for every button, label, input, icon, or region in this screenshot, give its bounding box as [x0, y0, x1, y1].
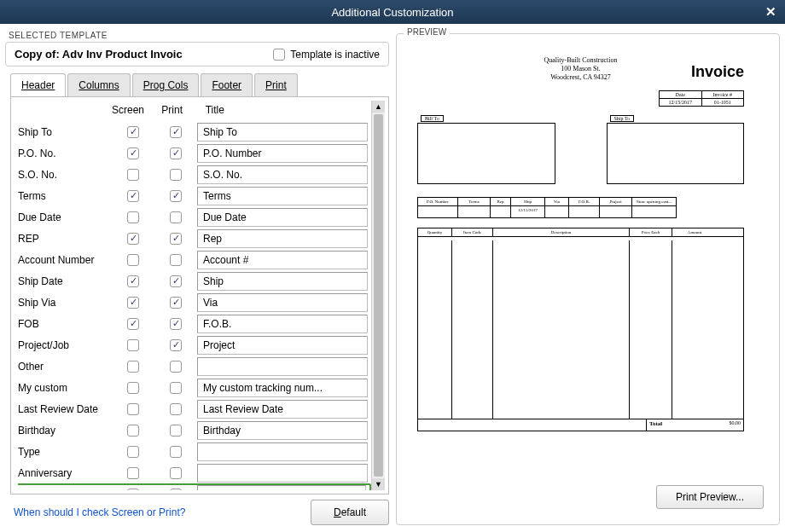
title-input[interactable] [197, 336, 368, 355]
field-label: My custom [18, 382, 112, 394]
scroll-up-icon[interactable]: ▲ [372, 101, 385, 113]
preview-detail-hdr: Terms [458, 197, 491, 206]
field-row: Store opening [18, 483, 371, 490]
screen-checkbox[interactable] [127, 169, 139, 181]
preview-item-hdr: Amount [672, 228, 717, 236]
preview-detail-hdr: Via [545, 197, 569, 206]
screen-checkbox[interactable] [127, 190, 139, 202]
field-row: Last Review Date [18, 398, 371, 419]
tab-columns[interactable]: Columns [67, 73, 130, 96]
screen-checkbox[interactable] [127, 126, 139, 138]
print-checkbox[interactable] [170, 126, 182, 138]
field-label: Account Number [18, 254, 112, 266]
title-input[interactable] [197, 123, 368, 142]
title-input[interactable] [197, 272, 368, 291]
help-link[interactable]: When should I check Screen or Print? [14, 506, 185, 518]
scroll-down-icon[interactable]: ▼ [372, 478, 385, 490]
title-input[interactable] [197, 379, 368, 397]
title-input[interactable] [197, 357, 368, 376]
screen-checkbox[interactable] [127, 318, 139, 330]
title-input[interactable] [197, 464, 368, 483]
print-checkbox[interactable] [170, 467, 182, 479]
preview-detail-val [458, 206, 491, 218]
print-checkbox[interactable] [170, 275, 182, 287]
field-label: FOB [18, 318, 112, 330]
print-checkbox[interactable] [170, 489, 182, 491]
title-input[interactable] [197, 293, 368, 312]
field-row: Due Date [18, 206, 371, 228]
screen-checkbox[interactable] [127, 147, 139, 159]
preview-item-hdr: Quantity [418, 228, 452, 236]
print-checkbox[interactable] [170, 403, 182, 415]
template-inactive-wrap[interactable]: Template is inactive [273, 49, 380, 61]
print-checkbox[interactable] [170, 361, 182, 373]
title-input[interactable] [197, 421, 368, 440]
print-checkbox[interactable] [170, 297, 182, 309]
print-checkbox[interactable] [170, 147, 182, 159]
screen-checkbox[interactable] [127, 254, 139, 266]
window-title: Additional Customization [331, 6, 453, 19]
print-checkbox[interactable] [170, 425, 182, 437]
print-checkbox[interactable] [170, 190, 182, 202]
print-preview-button[interactable]: Print Preview... [656, 485, 764, 509]
screen-checkbox[interactable] [127, 489, 139, 491]
tab-header[interactable]: Header [10, 73, 66, 96]
print-checkbox[interactable] [170, 169, 182, 181]
field-label: Store opening [18, 489, 112, 491]
title-input[interactable] [197, 251, 368, 269]
preview-detail-val [600, 206, 632, 218]
field-label: Type [18, 446, 112, 458]
tab-footer[interactable]: Footer [201, 73, 253, 96]
title-input[interactable] [197, 187, 368, 205]
print-checkbox[interactable] [170, 339, 182, 351]
col-print: Print [161, 104, 202, 116]
template-inactive-checkbox[interactable] [273, 49, 285, 61]
screen-checkbox[interactable] [127, 467, 139, 479]
preview-total-value: $0.00 [699, 419, 743, 431]
field-row: P.O. No. [18, 142, 371, 164]
print-checkbox[interactable] [170, 382, 182, 394]
print-checkbox[interactable] [170, 318, 182, 330]
vertical-scrollbar[interactable]: ▲ ▼ [371, 101, 385, 490]
title-input[interactable] [197, 400, 368, 419]
title-input[interactable] [197, 485, 366, 491]
preview-shipto: Ship To [610, 115, 635, 122]
title-input[interactable] [197, 165, 368, 184]
title-input[interactable] [197, 144, 368, 163]
title-input[interactable] [197, 315, 368, 333]
preview-canvas: Quality-Built Construction 100 Mason St.… [412, 56, 749, 457]
scroll-thumb[interactable] [374, 114, 383, 477]
screen-checkbox[interactable] [127, 361, 139, 373]
screen-checkbox[interactable] [127, 211, 139, 223]
screen-checkbox[interactable] [127, 233, 139, 245]
default-button[interactable]: Default [311, 500, 389, 525]
print-checkbox[interactable] [170, 446, 182, 458]
field-row: My custom [18, 377, 371, 398]
preview-detail-hdr: Project [600, 197, 632, 206]
selected-template-label: SELECTED TEMPLATE [9, 31, 389, 40]
field-row: Account Number [18, 249, 371, 270]
screen-checkbox[interactable] [127, 339, 139, 351]
close-icon[interactable]: ✕ [765, 4, 776, 20]
print-checkbox[interactable] [170, 211, 182, 223]
field-label: S.O. No. [18, 169, 112, 181]
col-title: Title [206, 104, 224, 116]
screen-checkbox[interactable] [127, 425, 139, 437]
title-input[interactable] [197, 229, 368, 248]
screen-checkbox[interactable] [127, 446, 139, 458]
preview-item-hdr: Price Each [630, 228, 672, 236]
screen-checkbox[interactable] [127, 297, 139, 309]
tab-progcols[interactable]: Prog Cols [132, 73, 200, 96]
field-row: Other [18, 356, 371, 377]
field-label: Ship Via [18, 297, 112, 309]
preview-detail-hdr: F.O.B. [569, 197, 600, 206]
preview-invoice-title: Invoice [691, 63, 744, 81]
print-checkbox[interactable] [170, 233, 182, 245]
print-checkbox[interactable] [170, 254, 182, 266]
screen-checkbox[interactable] [127, 403, 139, 415]
title-input[interactable] [197, 442, 368, 461]
screen-checkbox[interactable] [127, 382, 139, 394]
tab-print[interactable]: Print [254, 73, 298, 96]
screen-checkbox[interactable] [127, 275, 139, 287]
title-input[interactable] [197, 208, 368, 227]
